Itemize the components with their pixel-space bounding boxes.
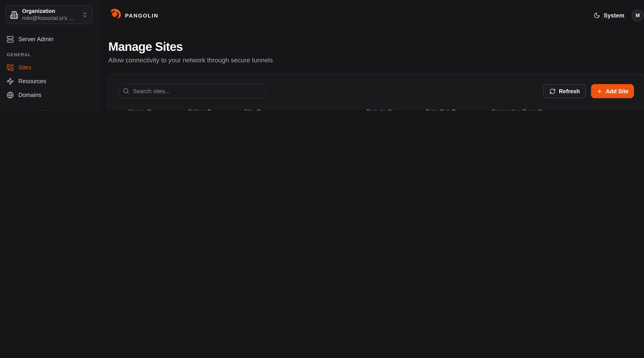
plus-icon — [596, 88, 603, 94]
page-subtitle: Allow connectivity to your network throu… — [108, 57, 644, 64]
column-header-data-in[interactable]: Data In — [356, 108, 415, 111]
pangolin-logo-icon — [108, 8, 122, 23]
sites-table: Name Online Site Data In — [118, 102, 634, 111]
theme-toggle[interactable]: System — [594, 12, 624, 19]
chevrons-up-down-icon — [82, 12, 88, 18]
sidebar-item-resources[interactable]: Resources — [6, 76, 92, 87]
add-site-button[interactable]: Add Site — [591, 84, 634, 98]
refresh-icon — [549, 88, 556, 94]
column-label: Name — [129, 108, 144, 111]
sort-icon — [388, 109, 394, 111]
topbar-right: System M — [594, 9, 644, 21]
sort-icon — [452, 109, 457, 111]
waypoints-icon — [7, 78, 14, 85]
topbar: PANGOLIN System M — [98, 0, 644, 24]
refresh-button[interactable]: Refresh — [543, 84, 586, 98]
sidebar-item-sites[interactable]: Sites — [6, 62, 92, 73]
sidebar-item-label: Server Admin — [18, 36, 53, 42]
column-header-online[interactable]: Online — [177, 108, 234, 111]
combine-icon — [7, 64, 14, 71]
sidebar: Organization milo@fossorial.io's ... Ser… — [0, 0, 98, 111]
sites-card: Refresh Add Site Name — [108, 74, 644, 111]
org-selector-label: Organization — [22, 8, 78, 15]
org-text: Organization milo@fossorial.io's ... — [22, 8, 78, 21]
logo-link[interactable]: PANGOLIN — [108, 8, 158, 23]
card-toolbar: Refresh Add Site — [118, 84, 634, 98]
column-header-data-out[interactable]: Data Out — [415, 108, 481, 111]
refresh-label: Refresh — [559, 88, 580, 94]
column-label: Data Out — [426, 108, 449, 111]
theme-label: System — [604, 12, 624, 19]
sidebar-nav: Server Admin GENERAL Sites Resources Dom — [0, 29, 98, 111]
page-title: Manage Sites — [108, 40, 644, 54]
column-label: Site — [244, 108, 254, 111]
column-label: Data In — [366, 108, 385, 111]
column-header-site[interactable]: Site — [234, 108, 356, 111]
moon-icon — [594, 12, 600, 19]
org-selector-value: milo@fossorial.io's ... — [22, 15, 78, 22]
sidebar-item-server-admin[interactable]: Server Admin — [6, 34, 92, 44]
sidebar-item-label: Domains — [18, 92, 41, 98]
section-label-general: GENERAL — [7, 52, 92, 57]
sidebar-item-label: Resources — [18, 78, 46, 84]
column-header-connection-type[interactable]: Connection Type — [481, 108, 580, 111]
sidebar-item-domains[interactable]: Domains — [6, 89, 92, 100]
page-head: Manage Sites Allow connectivity to your … — [98, 24, 644, 64]
building-icon — [10, 11, 18, 19]
search-input[interactable] — [118, 84, 266, 98]
search-wrap — [118, 84, 266, 98]
search-icon — [123, 88, 129, 94]
globe-icon — [7, 91, 14, 98]
add-site-label: Add Site — [606, 88, 628, 94]
main-content: PANGOLIN System M Manage Sites Allow con… — [98, 0, 644, 111]
app-root: Organization milo@fossorial.io's ... Ser… — [0, 0, 644, 111]
org-selector[interactable]: Organization milo@fossorial.io's ... — [6, 5, 92, 24]
sort-icon — [207, 109, 213, 111]
sort-icon — [257, 109, 262, 111]
sort-icon — [538, 109, 544, 111]
avatar-initial: M — [636, 12, 640, 18]
column-label: Connection Type — [491, 108, 535, 111]
table-header-row: Name Online Site Data In — [118, 102, 634, 111]
sidebar-item-label: Sites — [18, 64, 31, 71]
server-icon — [7, 36, 14, 43]
section-label-access-control: ACCESS CONTROL — [7, 109, 92, 111]
sort-icon — [147, 109, 153, 111]
column-label: Online — [188, 108, 204, 111]
brand-name: PANGOLIN — [125, 12, 158, 18]
toolbar-right: Refresh Add Site — [543, 84, 634, 98]
column-header-name[interactable]: Name — [118, 108, 177, 111]
avatar[interactable]: M — [632, 9, 644, 21]
